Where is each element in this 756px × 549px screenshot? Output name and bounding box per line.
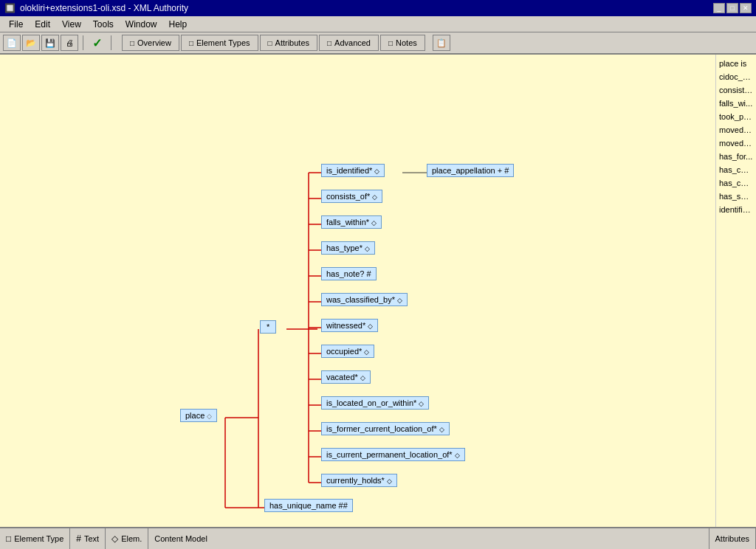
right-panel-item-2[interactable]: consists... xyxy=(718,83,755,96)
element-icon: ◇ xyxy=(111,534,118,544)
title-bar-left: 🔲 olokliri+extensions1-oli.xsd - XML Aut… xyxy=(4,3,188,13)
falls-within-label: falls_within* xyxy=(326,218,369,227)
menu-help[interactable]: Help xyxy=(163,18,193,31)
is-located-label: is_located_on_or_within* xyxy=(326,398,416,407)
node-was-classified-by[interactable]: was_classified_by* ◇ xyxy=(321,293,408,306)
status-element-label: Elem. xyxy=(121,534,142,543)
menu-window[interactable]: Window xyxy=(120,18,163,31)
right-panel-item-3[interactable]: falls_wi... xyxy=(718,96,755,109)
is-former-label: is_former_current_location_of* xyxy=(326,424,437,433)
window-title: olokliri+extensions1-oli.xsd - XML Autho… xyxy=(20,3,188,13)
tab-advanced-label: Advanced xyxy=(334,38,371,47)
save-button[interactable]: 💾 xyxy=(41,35,59,51)
print-button[interactable]: 🖨 xyxy=(61,35,78,51)
has-note-label: has_note? # xyxy=(326,269,371,278)
consists-of-label: consists_of* xyxy=(326,192,370,201)
status-bar: □ Element Type # Text ◇ Elem. Content Mo… xyxy=(0,527,756,549)
witnessed-icon: ◇ xyxy=(368,322,373,330)
node-is-identified-icon: ◇ xyxy=(374,168,379,175)
node-consists-of[interactable]: consists_of* ◇ xyxy=(321,190,382,203)
right-panel-item-1[interactable]: cidoc_e... xyxy=(718,69,755,83)
menu-tools[interactable]: Tools xyxy=(87,18,120,31)
open-button[interactable]: 📂 xyxy=(22,35,40,51)
right-panel-item-10[interactable]: has_sec... xyxy=(718,189,755,202)
is-former-icon: ◇ xyxy=(439,426,444,433)
sequence-node[interactable]: * xyxy=(260,320,276,334)
close-button[interactable]: ✕ xyxy=(740,3,752,13)
extra-button[interactable]: 📋 xyxy=(433,35,450,51)
tab-attributes[interactable]: □ Attributes xyxy=(260,35,318,51)
menu-edit[interactable]: Edit xyxy=(29,18,56,31)
element-types-icon: □ xyxy=(189,39,193,47)
right-panel-item-11[interactable]: identifies... xyxy=(718,202,755,215)
right-panel-item-5[interactable]: moved_f... xyxy=(718,122,755,136)
status-attributes: Attributes xyxy=(709,528,756,549)
right-panel-item-8[interactable]: has_cur... xyxy=(718,162,755,176)
node-has-note[interactable]: has_note? # xyxy=(321,267,377,280)
status-text: # Text xyxy=(70,528,106,549)
occupied-icon: ◇ xyxy=(364,348,369,356)
tab-advanced[interactable]: □ Advanced xyxy=(319,35,379,51)
status-content-model-label: Content Model xyxy=(154,534,207,543)
node-is-identified-label: is_identified* xyxy=(326,166,372,175)
maximize-button[interactable]: □ xyxy=(726,3,738,13)
node-is-current-permanent[interactable]: is_current_permanent_location_of* ◇ xyxy=(321,448,465,461)
tab-overview[interactable]: □ Overview xyxy=(122,35,179,51)
witnessed-label: witnessed* xyxy=(326,321,365,330)
toolbar: 📄 📂 💾 🖨 ✓ □ Overview □ Element Types □ A… xyxy=(0,32,756,55)
advanced-icon: □ xyxy=(327,39,331,47)
place-label: place xyxy=(185,411,205,420)
node-is-identified[interactable]: is_identified* ◇ xyxy=(321,164,385,177)
falls-within-icon: ◇ xyxy=(371,219,377,227)
right-panel-item-7[interactable]: has_for... xyxy=(718,149,755,162)
node-has-type[interactable]: has_type* ◇ xyxy=(321,241,375,255)
minimize-button[interactable]: _ xyxy=(713,3,725,13)
canvas: place ◇ * is_identified* ◇ place_appella… xyxy=(0,55,715,527)
was-classified-by-icon: ◇ xyxy=(397,297,402,304)
title-bar: 🔲 olokliri+extensions1-oli.xsd - XML Aut… xyxy=(0,0,756,16)
right-panel-item-0[interactable]: place is xyxy=(718,56,755,69)
node-vacated[interactable]: vacated* ◇ xyxy=(321,370,371,384)
node-is-located[interactable]: is_located_on_or_within* ◇ xyxy=(321,396,429,410)
tab-notes[interactable]: □ Notes xyxy=(380,35,425,51)
node-occupied[interactable]: occupied* ◇ xyxy=(321,345,374,358)
currently-holds-icon: ◇ xyxy=(387,477,392,485)
notes-icon: □ xyxy=(388,39,393,47)
menu-file[interactable]: File xyxy=(3,18,29,31)
sequence-label: * xyxy=(267,322,269,331)
validate-button[interactable]: ✓ xyxy=(88,36,106,50)
currently-holds-label: currently_holds* xyxy=(326,476,385,485)
node-currently-holds[interactable]: currently_holds* ◇ xyxy=(321,474,397,487)
node-falls-within[interactable]: falls_within* ◇ xyxy=(321,215,382,229)
right-panel-item-6[interactable]: moved_t... xyxy=(718,136,755,149)
new-button[interactable]: 📄 xyxy=(3,35,21,51)
has-type-icon: ◇ xyxy=(365,245,370,252)
right-panel-item-4[interactable]: took_pla... xyxy=(718,109,755,122)
place-appellation-label: place_appellation + # xyxy=(432,166,509,175)
has-type-label: has_type* xyxy=(326,244,362,252)
title-bar-controls[interactable]: _ □ ✕ xyxy=(713,3,752,13)
was-classified-by-label: was_classified_by* xyxy=(326,295,395,304)
node-is-former[interactable]: is_former_current_location_of* ◇ xyxy=(321,422,450,435)
right-panel-item-9[interactable]: has_cur... xyxy=(718,176,755,189)
is-current-permanent-label: is_current_permanent_location_of* xyxy=(326,450,453,459)
status-text-label: Text xyxy=(84,534,99,543)
node-place-appellation[interactable]: place_appellation + # xyxy=(427,164,514,177)
vacated-label: vacated* xyxy=(326,373,358,381)
toolbar-separator xyxy=(83,35,83,50)
node-has-unique-name[interactable]: has_unique_name ## xyxy=(264,499,353,512)
node-witnessed[interactable]: witnessed* ◇ xyxy=(321,319,378,332)
consists-of-icon: ◇ xyxy=(372,193,377,201)
is-located-icon: ◇ xyxy=(419,400,424,407)
right-panel: place is cidoc_e... consists... falls_wi… xyxy=(715,55,756,527)
tab-notes-label: Notes xyxy=(396,38,417,47)
vacated-icon: ◇ xyxy=(360,374,365,381)
text-icon: # xyxy=(76,534,81,544)
menu-view[interactable]: View xyxy=(56,18,87,31)
tab-element-types[interactable]: □ Element Types xyxy=(181,35,258,51)
tab-group: □ Overview □ Element Types □ Attributes … xyxy=(122,35,450,51)
place-node[interactable]: place ◇ xyxy=(180,409,217,422)
overview-icon: □ xyxy=(130,39,134,47)
menu-bar: File Edit View Tools Window Help xyxy=(0,16,756,32)
is-current-permanent-icon: ◇ xyxy=(455,452,460,459)
